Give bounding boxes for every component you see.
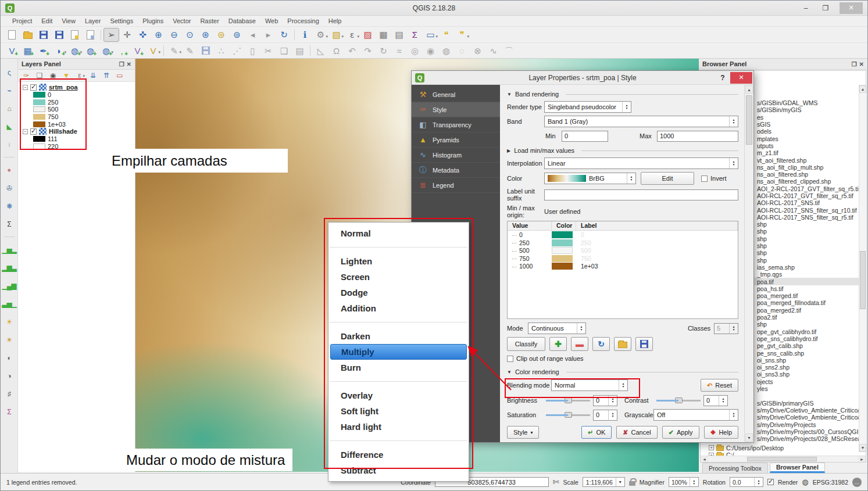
side-toolbar-button[interactable] [2,235,16,238]
menu-item[interactable]: Plugins [138,17,168,25]
collapse-triangle-icon[interactable]: ▼ [507,92,512,97]
georeferencer-button[interactable]: ⌂ [2,102,16,115]
map-tips-button[interactable]: ❝ [438,28,454,42]
new-shapefile-layer-button[interactable]: V [145,44,161,58]
statistical-output-button[interactable]: Σ [2,217,16,231]
zoom-native-button[interactable]: ⊙ [182,28,198,42]
filter-expression-button[interactable]: ε [74,70,85,81]
delete-ring-button[interactable]: ◌ [454,44,470,58]
layer-label[interactable]: 750 [48,113,58,120]
colormap-row[interactable]: 750 750 [508,255,738,263]
panel-tab[interactable]: Processing Toolbox [702,463,768,473]
toolbar-button[interactable] [98,28,103,42]
toolbar-button[interactable] [292,28,297,42]
mouse-position-toggle-icon[interactable]: ✄ [553,478,559,486]
spin-arrows-icon[interactable] [719,396,727,406]
blend-menu-item[interactable]: Subtract [328,463,469,478]
blend-menu-item[interactable] [330,440,467,441]
load-minmax-group[interactable]: ▶ Load min/max values [507,147,738,154]
grayscale-select[interactable]: Off [653,409,738,421]
color-swatch[interactable] [552,263,573,270]
pan-to-selection-button[interactable]: ✜ [135,28,151,42]
collapse-icon[interactable]: − [23,85,28,90]
colormap-row[interactable]: 250 250 [508,239,738,247]
dialog-tab[interactable]: ✑ Style [412,102,500,117]
zoom-in-button[interactable]: ⊕ [151,28,166,42]
zoom-full-button[interactable]: ⊛ [198,28,213,42]
reshape-features-button[interactable]: ∿ [485,44,501,58]
blend-menu-item[interactable]: Screen [328,269,469,285]
pan-map-button[interactable]: ✛ [119,28,135,42]
select-by-expression-button[interactable]: ε [344,28,360,42]
redo-button[interactable]: ↷ [360,44,376,58]
spin-arrows-icon[interactable] [729,324,738,334]
layer-row[interactable]: − 750 [18,113,135,121]
add-spatialite-layer-button[interactable]: ✒ [35,44,51,58]
paste-features-button[interactable]: ▤ [292,44,308,58]
style-menu-button[interactable]: Style▾ [507,426,539,439]
dialog-tab[interactable]: ≣ Legend [412,178,500,193]
add-wms-layer-button[interactable]: ◍ [67,44,83,58]
layer-label[interactable]: 111 [48,135,58,142]
remove-entry-button[interactable]: ▬ [571,337,588,351]
blend-menu-item[interactable]: Soft light [328,403,469,419]
add-virtual-layer-button[interactable]: V [130,44,145,58]
spin-arrows-icon[interactable] [754,478,763,486]
menu-item[interactable]: Web [260,17,283,25]
layer-row[interactable]: − 500 [18,106,135,113]
rotate-feature-button[interactable]: ↻ [376,44,391,58]
manage-visibility-button[interactable]: ◉ [47,70,59,81]
snapping-options-button[interactable]: Ω [328,44,344,58]
add-entry-button[interactable]: ✚ [549,337,567,351]
dialog-help-button[interactable]: ? [715,74,730,82]
reset-button[interactable]: ↶ Reset [701,379,738,392]
render-checkbox[interactable] [767,479,774,485]
blend-menu-item[interactable]: Lighten [328,253,469,269]
menu-item[interactable]: Layer [80,17,106,25]
open-project-button[interactable] [20,28,35,42]
spin-arrows-icon[interactable] [608,396,617,406]
advanced-digitizing-button[interactable]: ◺ [313,44,328,58]
save-project-as-button[interactable] [51,28,67,42]
colormap-row[interactable]: 1000 1e+03 [508,262,738,270]
saturation-slider[interactable] [546,412,590,418]
color-rendering-group[interactable]: ▼ Color rendering [507,368,738,375]
layer-row[interactable]: − 250 [18,98,135,106]
offset-curve-button[interactable]: ⌒ [501,44,517,58]
layer-visibility-checkbox[interactable] [30,84,37,91]
add-part-button[interactable]: ◉ [423,44,438,58]
zoom-to-layer-button[interactable]: ⊚ [229,28,245,42]
blend-menu-item[interactable] [330,322,467,322]
render-type-select[interactable]: Singleband pseudocolor [544,101,631,113]
run-feature-action-button[interactable]: ⚙ [313,28,328,42]
touch-zoom-pan-button[interactable]: ➢ [103,28,119,42]
dialog-tab[interactable]: ∿ Histogram [412,148,500,163]
coordinate-capture-button[interactable]: ✇ [2,181,16,195]
refresh-entries-button[interactable]: ↻ [592,337,610,351]
brightness-slider[interactable] [546,397,590,403]
collapse-all-button[interactable]: ⇈ [101,70,112,81]
menu-item[interactable]: Processing [283,17,323,25]
menu-item[interactable]: Vector [168,17,195,25]
blend-menu-item[interactable]: Overlay [328,388,469,403]
ok-button[interactable]: ↵OK [581,426,612,439]
menu-item[interactable]: Settings [105,17,138,25]
text-annotation-button[interactable]: ❞ [454,28,470,42]
map-refresh-button[interactable]: ↻ [276,28,292,42]
max-input[interactable] [657,131,738,142]
crs-globe-icon[interactable]: ◍ [802,478,808,486]
float-panel-icon[interactable]: ❐ [852,61,857,67]
expand-icon[interactable]: + [709,445,714,450]
add-wcs-layer-button[interactable]: ◍ [83,44,98,58]
toolbar-button[interactable] [308,44,313,58]
color-ramp-select[interactable]: BrBG [544,173,636,184]
layer-label[interactable]: srtm_poa [49,84,78,91]
raster-histogram-button-2[interactable]: ▂▆▃ [2,261,16,274]
layer-label[interactable]: Hillshade [49,128,77,135]
color-swatch[interactable] [552,231,573,238]
dialog-tab[interactable]: ◧ Transparency [412,117,500,132]
spin-arrows-icon[interactable] [729,410,738,420]
blend-menu-item[interactable]: Burn [328,360,469,375]
layer-label[interactable]: 1e+03 [48,121,66,128]
dialog-tab[interactable]: ▲ Pyramids [412,132,500,148]
